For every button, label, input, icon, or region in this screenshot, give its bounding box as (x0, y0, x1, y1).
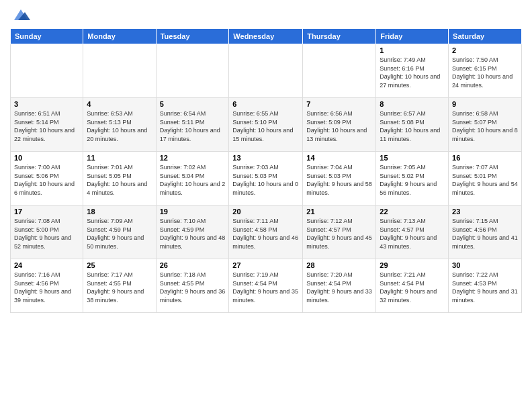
col-monday: Monday (83, 29, 156, 44)
day-number: 5 (160, 100, 226, 108)
day-info: Sunrise: 7:07 AMSunset: 5:01 PMDaylight:… (452, 163, 518, 197)
table-row: 5Sunrise: 6:54 AMSunset: 5:11 PMDaylight… (156, 98, 229, 152)
calendar-week-row: 17Sunrise: 7:08 AMSunset: 5:00 PMDayligh… (11, 205, 522, 259)
day-info: Sunrise: 7:01 AMSunset: 5:05 PMDaylight:… (87, 163, 152, 197)
day-info: Sunrise: 7:05 AMSunset: 5:02 PMDaylight:… (380, 163, 445, 197)
day-info: Sunrise: 7:02 AMSunset: 5:04 PMDaylight:… (160, 163, 226, 197)
day-info: Sunrise: 7:12 AMSunset: 4:57 PMDaylight:… (306, 217, 372, 250)
table-row: 6Sunrise: 6:55 AMSunset: 5:10 PMDaylight… (229, 98, 303, 152)
day-number: 8 (380, 100, 445, 108)
logo (10, 7, 30, 23)
day-info: Sunrise: 7:04 AMSunset: 5:03 PMDaylight:… (306, 163, 372, 197)
day-number: 11 (87, 154, 152, 162)
table-row: 1Sunrise: 7:49 AMSunset: 6:16 PMDaylight… (376, 44, 449, 98)
table-row: 30Sunrise: 7:22 AMSunset: 4:53 PMDayligh… (449, 259, 522, 313)
table-row: 16Sunrise: 7:07 AMSunset: 5:01 PMDayligh… (449, 152, 522, 205)
day-info: Sunrise: 6:55 AMSunset: 5:10 PMDaylight:… (232, 109, 299, 143)
day-number: 20 (232, 208, 299, 216)
day-number: 2 (452, 46, 518, 54)
day-info: Sunrise: 7:20 AMSunset: 4:54 PMDaylight:… (306, 271, 372, 304)
day-info: Sunrise: 7:21 AMSunset: 4:54 PMDaylight:… (380, 271, 445, 304)
table-row: 23Sunrise: 7:15 AMSunset: 4:56 PMDayligh… (449, 205, 522, 259)
table-row: 12Sunrise: 7:02 AMSunset: 5:04 PMDayligh… (156, 152, 229, 205)
table-row: 8Sunrise: 6:57 AMSunset: 5:08 PMDaylight… (376, 98, 449, 152)
day-number: 21 (306, 208, 372, 216)
table-row: 9Sunrise: 6:58 AMSunset: 5:07 PMDaylight… (449, 98, 522, 152)
day-info: Sunrise: 6:58 AMSunset: 5:07 PMDaylight:… (452, 109, 518, 143)
day-number: 9 (452, 100, 518, 108)
day-number: 28 (306, 261, 372, 269)
logo-icon (11, 7, 30, 23)
day-number: 3 (14, 100, 79, 108)
day-number: 10 (14, 154, 79, 162)
day-info: Sunrise: 7:49 AMSunset: 6:16 PMDaylight:… (380, 56, 445, 89)
page: Sunday Monday Tuesday Wednesday Thursday… (0, 0, 532, 411)
header (10, 7, 522, 23)
table-row: 14Sunrise: 7:04 AMSunset: 5:03 PMDayligh… (303, 152, 376, 205)
day-number: 6 (232, 100, 299, 108)
table-row (303, 44, 376, 98)
table-row (83, 44, 156, 98)
day-info: Sunrise: 6:51 AMSunset: 5:14 PMDaylight:… (14, 109, 79, 143)
table-row: 7Sunrise: 6:56 AMSunset: 5:09 PMDaylight… (303, 98, 376, 152)
day-info: Sunrise: 7:10 AMSunset: 4:59 PMDaylight:… (160, 217, 226, 250)
day-number: 12 (160, 154, 226, 162)
day-number: 25 (87, 261, 152, 269)
col-sunday: Sunday (11, 29, 83, 44)
col-thursday: Thursday (303, 29, 376, 44)
table-row: 27Sunrise: 7:19 AMSunset: 4:54 PMDayligh… (229, 259, 303, 313)
table-row: 26Sunrise: 7:18 AMSunset: 4:55 PMDayligh… (156, 259, 229, 313)
day-info: Sunrise: 7:13 AMSunset: 4:57 PMDaylight:… (380, 217, 445, 250)
table-row: 3Sunrise: 6:51 AMSunset: 5:14 PMDaylight… (11, 98, 83, 152)
calendar-week-row: 24Sunrise: 7:16 AMSunset: 4:56 PMDayligh… (11, 259, 522, 313)
col-tuesday: Tuesday (156, 29, 229, 44)
day-number: 18 (87, 208, 152, 216)
day-number: 17 (14, 208, 79, 216)
day-info: Sunrise: 7:11 AMSunset: 4:58 PMDaylight:… (232, 217, 299, 250)
day-number: 13 (232, 154, 299, 162)
calendar-week-row: 3Sunrise: 6:51 AMSunset: 5:14 PMDaylight… (11, 98, 522, 152)
table-row: 21Sunrise: 7:12 AMSunset: 4:57 PMDayligh… (303, 205, 376, 259)
table-row (11, 44, 83, 98)
table-row: 25Sunrise: 7:17 AMSunset: 4:55 PMDayligh… (83, 259, 156, 313)
table-row: 11Sunrise: 7:01 AMSunset: 5:05 PMDayligh… (83, 152, 156, 205)
table-row: 18Sunrise: 7:09 AMSunset: 4:59 PMDayligh… (83, 205, 156, 259)
col-saturday: Saturday (449, 29, 522, 44)
day-info: Sunrise: 7:15 AMSunset: 4:56 PMDaylight:… (452, 217, 518, 250)
calendar-week-row: 10Sunrise: 7:00 AMSunset: 5:06 PMDayligh… (11, 152, 522, 205)
day-number: 24 (14, 261, 79, 269)
day-number: 19 (160, 208, 226, 216)
table-row: 28Sunrise: 7:20 AMSunset: 4:54 PMDayligh… (303, 259, 376, 313)
day-info: Sunrise: 7:03 AMSunset: 5:03 PMDaylight:… (232, 163, 299, 197)
day-info: Sunrise: 6:53 AMSunset: 5:13 PMDaylight:… (87, 109, 152, 143)
day-info: Sunrise: 7:17 AMSunset: 4:55 PMDaylight:… (87, 271, 152, 304)
day-number: 1 (380, 46, 445, 54)
day-info: Sunrise: 7:50 AMSunset: 6:15 PMDaylight:… (452, 56, 518, 89)
day-info: Sunrise: 7:22 AMSunset: 4:53 PMDaylight:… (452, 271, 518, 304)
col-friday: Friday (376, 29, 449, 44)
col-wednesday: Wednesday (229, 29, 303, 44)
table-row: 4Sunrise: 6:53 AMSunset: 5:13 PMDaylight… (83, 98, 156, 152)
table-row: 2Sunrise: 7:50 AMSunset: 6:15 PMDaylight… (449, 44, 522, 98)
day-info: Sunrise: 6:56 AMSunset: 5:09 PMDaylight:… (306, 109, 372, 143)
day-number: 23 (452, 208, 518, 216)
day-number: 27 (232, 261, 299, 269)
table-row: 20Sunrise: 7:11 AMSunset: 4:58 PMDayligh… (229, 205, 303, 259)
table-row: 10Sunrise: 7:00 AMSunset: 5:06 PMDayligh… (11, 152, 83, 205)
day-number: 26 (160, 261, 226, 269)
table-row: 15Sunrise: 7:05 AMSunset: 5:02 PMDayligh… (376, 152, 449, 205)
day-info: Sunrise: 7:09 AMSunset: 4:59 PMDaylight:… (87, 217, 152, 250)
table-row (156, 44, 229, 98)
calendar: Sunday Monday Tuesday Wednesday Thursday… (10, 28, 522, 313)
table-row: 22Sunrise: 7:13 AMSunset: 4:57 PMDayligh… (376, 205, 449, 259)
table-row (229, 44, 303, 98)
day-number: 29 (380, 261, 445, 269)
calendar-week-row: 1Sunrise: 7:49 AMSunset: 6:16 PMDaylight… (11, 44, 522, 98)
day-number: 22 (380, 208, 445, 216)
table-row: 13Sunrise: 7:03 AMSunset: 5:03 PMDayligh… (229, 152, 303, 205)
day-info: Sunrise: 7:08 AMSunset: 5:00 PMDaylight:… (14, 217, 79, 250)
day-number: 14 (306, 154, 372, 162)
day-number: 7 (306, 100, 372, 108)
table-row: 24Sunrise: 7:16 AMSunset: 4:56 PMDayligh… (11, 259, 83, 313)
calendar-header-row: Sunday Monday Tuesday Wednesday Thursday… (11, 29, 522, 44)
